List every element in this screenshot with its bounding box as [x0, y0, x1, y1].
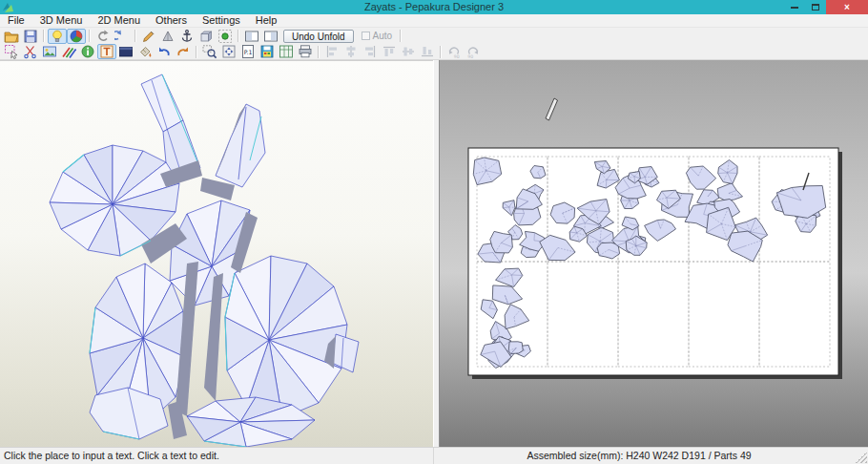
toolbar-2d-tools: P.19090: [0, 44, 868, 60]
align-middle-button: [399, 44, 418, 59]
window-grid-button[interactable]: [277, 44, 296, 59]
menu-file[interactable]: File: [0, 14, 32, 27]
undo-icon: [156, 44, 172, 59]
paint-bucket-button[interactable]: [135, 44, 155, 59]
svg-text:90: 90: [467, 54, 473, 59]
info-button[interactable]: [78, 44, 97, 59]
2d-pattern-pane[interactable]: [440, 60, 868, 447]
svg-text:P.1: P.1: [244, 49, 253, 55]
save-file-button[interactable]: [21, 29, 40, 44]
align-center-icon: [343, 44, 359, 59]
pepakura-window: { "window": { "title": "Zayats - Pepakur…: [0, 0, 868, 464]
zoom-rect-icon: [202, 44, 217, 59]
page-number-button[interactable]: P.1: [238, 44, 258, 59]
menu-2d-menu[interactable]: 2D Menu: [90, 14, 148, 27]
toolbar-separator: [440, 46, 442, 58]
layout-left-icon: [244, 29, 259, 44]
menu-3d-menu[interactable]: 3D Menu: [32, 14, 91, 27]
redo-icon: [176, 44, 191, 59]
light-bulb-button[interactable]: [48, 29, 67, 44]
layout-right-icon: [263, 29, 279, 44]
menu-others[interactable]: Others: [148, 14, 195, 27]
align-top-button: [380, 44, 399, 59]
toolbar-separator: [134, 30, 136, 42]
menu-help[interactable]: Help: [248, 14, 285, 27]
fit-view-button[interactable]: [219, 44, 238, 59]
texture-sphere-button[interactable]: [67, 29, 86, 44]
align-right-icon: [362, 44, 378, 59]
align-left-button: [322, 44, 341, 59]
export-image-button[interactable]: [258, 44, 277, 59]
rotate-view-button[interactable]: [93, 29, 113, 44]
layout-left-button[interactable]: [242, 29, 261, 44]
select-part-icon: [217, 29, 233, 44]
align-top-icon: [382, 44, 397, 59]
select-rect-button[interactable]: [2, 44, 21, 59]
dark-window-icon: [118, 44, 134, 59]
cut-path-button[interactable]: [21, 44, 40, 59]
layout-right-button[interactable]: [261, 29, 280, 44]
toolbar-separator: [43, 30, 45, 42]
rotate-right-90-icon: 90: [465, 44, 481, 59]
open-file-icon: [4, 29, 19, 44]
minimize-button[interactable]: [784, 0, 805, 14]
auto-checkbox-label: Auto: [373, 31, 393, 41]
window-title: Zayats - Pepakura Designer 3: [0, 0, 868, 14]
resize-grip[interactable]: [856, 452, 867, 463]
select-part-button[interactable]: [216, 29, 235, 44]
export-image-icon: [259, 44, 275, 59]
anchor-button[interactable]: [177, 29, 196, 44]
prism-button[interactable]: [158, 29, 177, 44]
3d-model-bunny[interactable]: [0, 61, 433, 448]
light-bulb-icon: [50, 29, 65, 44]
auto-checkbox-box[interactable]: [362, 32, 370, 40]
cut-path-icon: [23, 44, 38, 59]
prism-icon: [160, 29, 176, 44]
toolbar-standard: Undo Unfold Auto: [0, 28, 868, 44]
toolbar-separator: [196, 46, 197, 58]
fit-view-icon: [221, 44, 237, 59]
align-bottom-icon: [420, 44, 435, 59]
print-icon: [298, 44, 313, 59]
2d-pattern-sheet[interactable]: [440, 60, 868, 447]
rotate-left-90-icon: 90: [446, 44, 462, 59]
rotate-right-90-button: 90: [464, 44, 483, 59]
print-button[interactable]: [296, 44, 315, 59]
3d-view-pane[interactable]: [0, 60, 433, 447]
toolbar-separator: [318, 46, 320, 58]
menu-settings[interactable]: Settings: [195, 14, 248, 27]
paint-bucket-icon: [137, 44, 153, 59]
window-grid-icon: [279, 44, 294, 59]
menu-bar: File3D Menu2D MenuOthersSettingsHelp: [0, 14, 868, 28]
save-file-icon: [23, 29, 38, 44]
pencil-button[interactable]: [139, 29, 158, 44]
status-assembled-size: Assembled size(mm): H240 W242 D191 / Par…: [434, 448, 844, 464]
edit-picture-button[interactable]: [40, 44, 59, 59]
anchor-icon: [179, 29, 195, 44]
rotate-left-90-button: 90: [444, 44, 464, 59]
color-pens-icon: [61, 44, 76, 59]
svg-text:90: 90: [454, 54, 460, 59]
color-pens-button[interactable]: [59, 44, 78, 59]
redo-button[interactable]: [174, 44, 193, 59]
undo-unfold-button[interactable]: Undo Unfold: [283, 30, 354, 43]
status-hint: Click the place to input a text. Click a…: [0, 448, 434, 464]
status-bar: Click the place to input a text. Click a…: [0, 447, 868, 464]
align-middle-icon: [401, 44, 416, 59]
restore-button[interactable]: [805, 0, 826, 14]
align-center-button: [341, 44, 361, 59]
dark-window-button[interactable]: [116, 44, 135, 59]
rotate-object-button[interactable]: [113, 29, 132, 44]
text-tool-icon: [99, 44, 114, 59]
auto-checkbox[interactable]: Auto: [362, 31, 393, 41]
toolbar-separator: [238, 30, 239, 42]
open-file-button[interactable]: [2, 29, 21, 44]
zoom-rect-button[interactable]: [200, 44, 219, 59]
box-button[interactable]: [196, 29, 216, 44]
close-button[interactable]: ×: [826, 0, 868, 14]
pane-splitter[interactable]: [433, 60, 440, 447]
rotate-object-icon: [114, 29, 130, 44]
undo-button[interactable]: [155, 44, 174, 59]
align-bottom-button: [418, 44, 437, 59]
text-tool-button[interactable]: [97, 44, 116, 59]
